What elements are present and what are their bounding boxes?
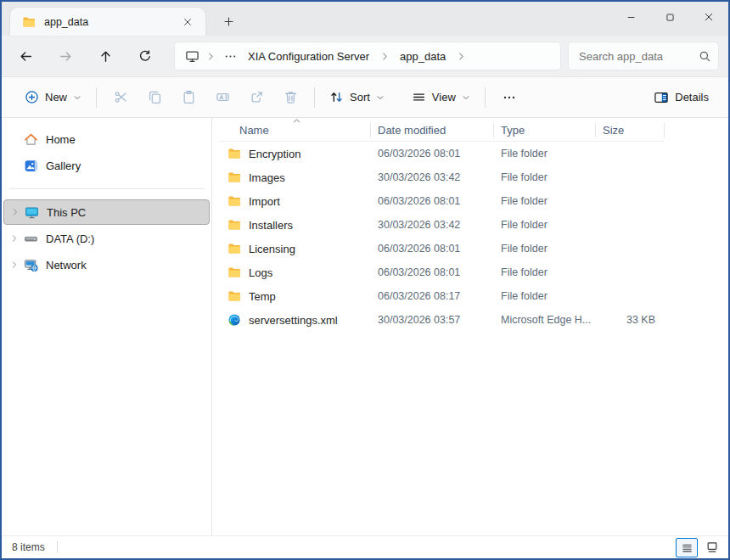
file-type: File folder: [493, 148, 595, 160]
sidebar-item-this-pc[interactable]: This PC: [3, 199, 210, 225]
chevron-right-icon: [376, 52, 393, 61]
folder-icon: [227, 242, 241, 255]
new-tab-icon[interactable]: [217, 10, 239, 32]
forward-icon: [51, 42, 80, 70]
details-view-toggle-icon[interactable]: [676, 538, 698, 557]
share-icon: [239, 83, 273, 112]
chevron-right-icon: [452, 52, 469, 61]
folder-icon: [227, 147, 241, 160]
file-type: File folder: [493, 266, 595, 278]
folder-icon: [227, 266, 241, 279]
file-name: Import: [249, 195, 280, 208]
view-icon: [412, 90, 426, 104]
up-icon[interactable]: [91, 42, 120, 70]
sidebar-item-network[interactable]: Network: [3, 252, 210, 277]
address-bar[interactable]: XIA Configuration Server app_data: [174, 42, 561, 70]
drive-icon: [24, 232, 46, 246]
back-icon[interactable]: [11, 42, 40, 70]
maximize-icon[interactable]: [650, 2, 689, 32]
caption-controls: [611, 2, 728, 32]
search-box[interactable]: [568, 42, 719, 70]
column-separator[interactable]: [664, 123, 665, 137]
file-row[interactable]: Licensing 06/03/2026 08:01 File folder: [212, 237, 728, 260]
details-pane-button[interactable]: Details: [646, 85, 716, 110]
sidebar-item-home[interactable]: Home: [3, 126, 210, 152]
edge-icon: [227, 313, 241, 327]
more-icon[interactable]: [492, 83, 526, 112]
column-header-date[interactable]: Date modified: [370, 119, 493, 142]
expand-chevron-icon[interactable]: [3, 260, 24, 269]
file-row[interactable]: Installers 30/03/2026 03:42 File folder: [212, 213, 728, 237]
copy-icon: [138, 83, 171, 112]
details-icon: [654, 90, 669, 105]
file-row[interactable]: Logs 06/03/2026 08:01 File folder: [212, 260, 728, 284]
column-header-name[interactable]: Name: [212, 119, 370, 142]
breadcrumb-item-appdata[interactable]: app_data: [393, 48, 452, 65]
chevron-right-icon: [202, 52, 219, 61]
folder-icon: [227, 289, 241, 303]
toolbar-separator: [485, 87, 486, 108]
expand-chevron-icon[interactable]: [3, 234, 24, 243]
sort-button[interactable]: Sort: [322, 85, 392, 109]
column-separator[interactable]: [370, 123, 371, 137]
navigation-pane: Home Gallery This PC: [2, 118, 212, 535]
folder-icon: [227, 218, 241, 232]
column-separator[interactable]: [493, 123, 494, 137]
file-size: 33 KB: [595, 314, 664, 326]
delete-icon: [273, 83, 307, 112]
file-type: Microsoft Edge H...: [493, 314, 595, 326]
close-icon[interactable]: [689, 2, 728, 32]
search-input[interactable]: [579, 50, 699, 63]
toolbar-separator: [96, 87, 97, 108]
gallery-icon: [24, 159, 46, 173]
tab-close-icon[interactable]: [178, 13, 197, 31]
file-row[interactable]: Encryption 06/03/2026 08:01 File folder: [212, 142, 728, 165]
status-bar: 8 items: [2, 535, 728, 558]
tab-title: app_data: [44, 16, 178, 28]
cut-icon: [104, 83, 138, 112]
new-button[interactable]: New: [17, 85, 89, 109]
folder-icon: [227, 171, 241, 184]
refresh-icon[interactable]: [131, 42, 160, 70]
file-name: Images: [249, 171, 285, 184]
file-row[interactable]: Images 30/03/2026 03:42 File folder: [212, 165, 728, 189]
minimize-icon[interactable]: [611, 2, 650, 32]
view-button[interactable]: View: [404, 85, 478, 109]
column-header-type[interactable]: Type: [493, 119, 595, 142]
file-row[interactable]: serversettings.xml 30/03/2026 03:57 Micr…: [212, 308, 728, 332]
sidebar-item-gallery[interactable]: Gallery: [3, 153, 210, 178]
breadcrumb-item-server[interactable]: XIA Configuration Server: [241, 48, 376, 65]
titlebar: app_data: [2, 2, 728, 36]
file-row[interactable]: Import 06/03/2026 08:01 File folder: [212, 189, 728, 213]
chevron-down-icon: [73, 93, 81, 102]
header-underline: [219, 141, 664, 142]
sidebar-item-label: DATA (D:): [46, 232, 94, 245]
file-type: File folder: [493, 171, 595, 183]
this-pc-icon[interactable]: [182, 49, 202, 64]
breadcrumb-ellipsis-icon[interactable]: [219, 50, 241, 63]
file-name: Licensing: [249, 243, 295, 255]
file-row[interactable]: Temp 06/03/2026 08:17 File folder: [212, 284, 728, 308]
expand-chevron-icon[interactable]: [4, 208, 25, 216]
file-name: Temp: [249, 290, 276, 303]
explorer-tab[interactable]: app_data: [10, 8, 205, 36]
toolbar-separator: [314, 87, 315, 108]
column-separator[interactable]: [595, 123, 596, 137]
sort-icon: [329, 90, 344, 104]
sidebar-item-label: Gallery: [46, 160, 81, 172]
file-explorer-window: app_data: [0, 0, 730, 560]
column-header-size[interactable]: Size: [595, 119, 664, 142]
new-icon: [25, 90, 39, 104]
item-count: 8 items: [12, 541, 45, 553]
command-toolbar: New Sort: [2, 76, 728, 118]
file-type: File folder: [493, 195, 595, 207]
search-icon[interactable]: [699, 50, 711, 63]
thumbnail-view-toggle-icon[interactable]: [701, 538, 723, 557]
file-date-modified: 06/03/2026 08:01: [370, 243, 493, 255]
chevron-down-icon: [462, 93, 470, 102]
file-name: Logs: [249, 266, 272, 279]
sidebar-item-data-drive[interactable]: DATA (D:): [3, 226, 210, 251]
navigation-bar: XIA Configuration Server app_data: [2, 36, 728, 76]
file-type: File folder: [493, 243, 595, 255]
file-date-modified: 30/03/2026 03:42: [370, 219, 493, 231]
